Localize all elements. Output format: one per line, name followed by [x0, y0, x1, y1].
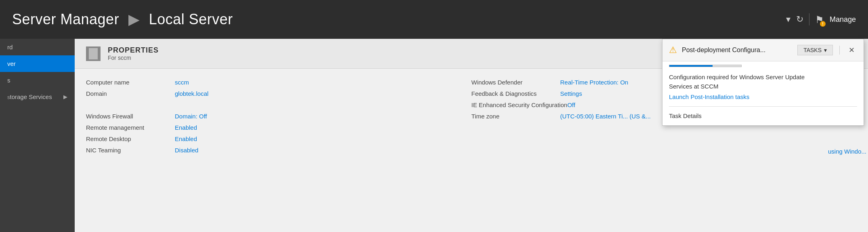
- notification-body: Configuration required for Windows Serve…: [663, 69, 864, 106]
- prop-label-windows-defender: Windows Defender: [472, 79, 560, 86]
- notification-warning-icon: ⚠: [669, 45, 677, 55]
- task-details-label[interactable]: Task Details: [669, 112, 702, 119]
- flag-warning-icon[interactable]: ⚑ !: [815, 13, 824, 26]
- prop-spacer: [86, 99, 472, 111]
- tasks-button-label: TASKS: [803, 47, 822, 53]
- prop-label-ie-security: IE Enhanced Security Configuration: [472, 101, 568, 109]
- prop-domain: Domain globtek.local: [86, 88, 472, 99]
- page-title: Local Server: [149, 11, 233, 27]
- sidebar-item-storage-label: storage Services: [7, 93, 52, 100]
- prop-value-feedback-diagnostics[interactable]: Settings: [560, 90, 582, 97]
- tasks-button[interactable]: TASKS ▾: [797, 45, 833, 55]
- refresh-icon[interactable]: ↻: [796, 14, 803, 25]
- sidebar-item-local-server[interactable]: ver: [0, 55, 75, 72]
- tasks-dropdown-icon: ▾: [824, 47, 827, 53]
- sidebar-item-all-servers[interactable]: s: [0, 72, 75, 89]
- properties-title: PROPERTIES: [108, 46, 159, 55]
- launch-post-installation-link[interactable]: Launch Post-Installation tasks: [669, 93, 749, 100]
- notification-footer: Task Details: [663, 107, 864, 125]
- header-divider: [809, 13, 809, 25]
- prop-label-windows-firewall: Windows Firewall: [86, 113, 175, 120]
- prop-nic-teaming: NIC Teaming Disabled: [86, 145, 472, 156]
- prop-computer-name: Computer name sccm: [86, 77, 472, 88]
- header-actions: ▾ ↻ ⚑ ! Manage: [786, 13, 856, 26]
- progress-fill: [669, 65, 713, 67]
- notification-title: Post-deployment Configura...: [682, 46, 793, 54]
- sidebar: rd ver s storage Services ▶: [0, 39, 75, 232]
- sidebar-item-all-servers-label: s: [7, 77, 10, 84]
- properties-subtitle: For sccm: [108, 55, 159, 61]
- sidebar-item-dashboard[interactable]: rd: [0, 39, 75, 55]
- progress-bar: [669, 65, 742, 67]
- prop-label-domain: Domain: [86, 90, 175, 97]
- prop-label-remote-desktop: Remote Desktop: [86, 135, 175, 143]
- prop-windows-firewall: Windows Firewall Domain: Off: [86, 111, 472, 122]
- notification-message-line2: Services at SCCM: [669, 82, 857, 91]
- prop-value-nic-teaming[interactable]: Disabled: [175, 147, 198, 154]
- sidebar-arrow-icon: ▶: [63, 94, 67, 100]
- prop-value-computer-name[interactable]: sccm: [175, 79, 189, 86]
- prop-remote-desktop: Remote Desktop Enabled: [86, 133, 472, 145]
- breadcrumb: Server Manager ▶ Local Server: [12, 11, 233, 28]
- prop-value-time-zone[interactable]: (UTC-05:00) Eastern Ti... (US &...: [560, 113, 651, 120]
- warning-badge: !: [820, 21, 826, 27]
- manage-label[interactable]: Manage: [830, 15, 856, 24]
- main-layout: rd ver s storage Services ▶ PROPERTIES F…: [0, 39, 868, 232]
- prop-label-remote-management: Remote management: [86, 124, 175, 131]
- app-name: Server Manager: [12, 11, 119, 27]
- prop-value-windows-defender[interactable]: Real-Time Protection: On: [560, 79, 629, 86]
- prop-value-windows-firewall[interactable]: Domain: Off: [175, 113, 207, 120]
- notification-progress: [663, 61, 864, 69]
- notification-popup: ⚠ Post-deployment Configura... TASKS ▾ ✕…: [662, 39, 864, 126]
- prop-label-nic-teaming: NIC Teaming: [86, 147, 175, 154]
- title-bar: Server Manager ▶ Local Server ▾ ↻ ⚑ ! Ma…: [0, 0, 868, 39]
- sidebar-item-dashboard-label: rd: [7, 44, 13, 51]
- prop-label-computer-name: Computer name: [86, 79, 175, 86]
- notif-divider-vertical: [839, 46, 840, 55]
- breadcrumb-separator: ▶: [128, 11, 140, 27]
- notification-header: ⚠ Post-deployment Configura... TASKS ▾ ✕: [663, 39, 864, 61]
- prop-label-time-zone: Time zone: [472, 113, 560, 120]
- notification-close-button[interactable]: ✕: [846, 46, 857, 55]
- prop-value-remote-management[interactable]: Enabled: [175, 124, 197, 131]
- server-icon: [86, 46, 101, 61]
- dropdown-icon[interactable]: ▾: [786, 14, 790, 25]
- properties-header-text: PROPERTIES For sccm: [108, 46, 159, 61]
- prop-remote-management: Remote management Enabled: [86, 122, 472, 133]
- prop-value-remote-desktop[interactable]: Enabled: [175, 135, 197, 143]
- properties-left-column: Computer name sccm Domain globtek.local …: [86, 77, 472, 156]
- prop-label-feedback-diagnostics: Feedback & Diagnostics: [472, 90, 560, 97]
- sidebar-item-local-server-label: ver: [7, 60, 16, 67]
- notification-message-line1: Configuration required for Windows Serve…: [669, 73, 857, 82]
- prop-value-domain[interactable]: globtek.local: [175, 90, 208, 97]
- content-area: PROPERTIES For sccm Computer name sccm D…: [75, 39, 868, 232]
- prop-value-ie-security[interactable]: Off: [567, 101, 575, 109]
- cutoff-label: using Windo...: [828, 148, 868, 155]
- sidebar-item-storage-services[interactable]: storage Services ▶: [0, 89, 75, 105]
